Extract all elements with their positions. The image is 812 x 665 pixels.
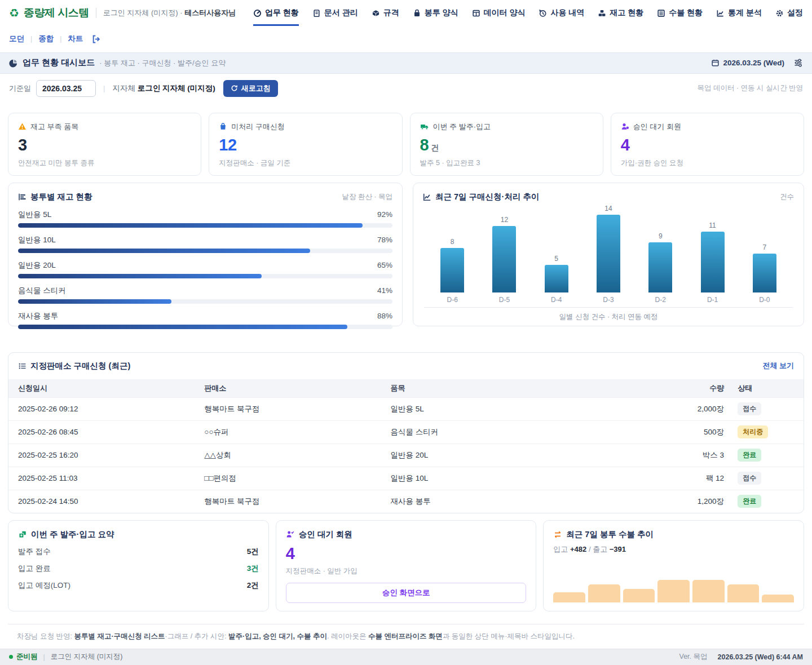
view-modern-link[interactable]: 모던	[9, 34, 24, 44]
sliders-icon[interactable]	[793, 58, 803, 68]
inventory-row: 일반용 20L65%	[18, 260, 392, 278]
trend-bar-value: 8	[451, 238, 454, 246]
footnote-segment: 차장님 요청 반영:	[17, 632, 74, 640]
inventory-item-label: 일반용 20L	[18, 260, 56, 271]
inventory-bar-track	[18, 249, 392, 253]
approval-title: 승인 대기 회원	[299, 529, 352, 540]
nav-inventory[interactable]: 재고 현황	[598, 0, 643, 26]
sparkline-bar	[553, 592, 585, 602]
summary-value: 2건	[247, 580, 259, 591]
sparkline-bar	[623, 589, 655, 602]
trend-unit-label: 건수	[780, 192, 794, 202]
trend-bar	[597, 215, 620, 292]
nav-documents[interactable]: 문서 관리	[312, 0, 358, 26]
purchase-table-body: 2025-02-26 09:12행복마트 북구점일반용 5L2,000장접수20…	[8, 397, 804, 513]
cell-datetime: 2025-02-25 11:03	[18, 474, 204, 482]
kpi-value: 8건	[420, 136, 593, 154]
summary-label: 발주 접수	[18, 547, 51, 557]
version-label: Ver. 목업	[679, 652, 708, 662]
nav-usage-history[interactable]: 사용 내역	[539, 0, 584, 26]
nav-ledger[interactable]: 수불 현황	[657, 0, 703, 26]
bottom-cards-row: 이번 주 발주·입고 요약 발주 접수5건입고 완료3건입고 예정(LOT)2건…	[8, 520, 804, 611]
kpi-label: 이번 주 발주·입고	[433, 122, 491, 132]
kpi-value: 4	[621, 136, 794, 154]
status-badge: 접수	[738, 472, 761, 485]
nav-work-status[interactable]: 업무 현황	[253, 0, 299, 26]
history-icon	[539, 9, 547, 17]
kpi-value: 12	[219, 136, 392, 154]
inventory-item-label: 일반용 5L	[18, 210, 51, 220]
trend-bar	[440, 248, 464, 292]
cell-quantity: 1,200장	[631, 496, 724, 507]
inventory-bar-fill	[18, 325, 347, 329]
inventory-item-label: 음식물 스티커	[18, 286, 66, 296]
view-all-link[interactable]: 전체 보기	[762, 361, 794, 371]
approval-card: 승인 대기 회원 4 지정판매소 · 일반 가입 승인 화면으로	[276, 520, 537, 611]
inventory-row: 재사용 봉투88%	[18, 311, 392, 329]
charts-row: 봉투별 재고 현황 낱장 환산 · 목업 일반용 5L92%일반용 10L78%…	[8, 183, 804, 326]
cell-datetime: 2025-02-26 08:45	[18, 428, 204, 436]
summary-label: 입고 완료	[18, 564, 51, 574]
org-label: 지자체	[112, 84, 135, 92]
nav-settings[interactable]: 설정	[775, 0, 803, 26]
logout-icon[interactable]	[91, 34, 101, 44]
cell-datetime: 2025-02-25 16:20	[18, 451, 204, 459]
table-title: 지정판매소 구매신청 (최근)	[30, 361, 130, 371]
approval-count: 4	[286, 544, 527, 563]
transfer-trend-card: 최근 7일 봉투 수불 추이 입고 +482 / 출고 −391	[543, 520, 804, 611]
view-chart-link[interactable]: 차트	[68, 34, 83, 44]
bar-chart-icon	[18, 193, 27, 201]
cell-status: 완료	[724, 449, 794, 462]
inventory-item-value: 78%	[377, 236, 392, 244]
nav-statistics[interactable]: 통계 분석	[716, 0, 762, 26]
kpi-desc: 발주 5 · 입고완료 3	[420, 158, 593, 168]
trend-panel-title: 최근 7일 구매신청·처리 추이	[435, 192, 539, 202]
trend-bar-value: 14	[604, 205, 612, 212]
inventory-bar-track	[18, 325, 392, 329]
trend-bar	[648, 242, 672, 292]
kpi-label: 재고 부족 품목	[30, 122, 78, 132]
cell-status: 완료	[724, 495, 794, 508]
base-date-input[interactable]	[36, 80, 96, 97]
trend-bar	[492, 226, 516, 292]
user-name: 테스터사용자님	[184, 8, 236, 17]
trend-axis-line	[424, 307, 793, 308]
date-chip[interactable]: 2026.03.25 (Wed)	[711, 59, 784, 67]
table-row: 2025-02-25 11:03□□편의점일반용 10L팩 12접수	[8, 467, 804, 490]
refresh-button[interactable]: 새로고침	[223, 80, 278, 97]
go-to-approval-button[interactable]: 승인 화면으로	[286, 583, 527, 603]
table-column-header: 상태	[724, 383, 794, 393]
inventory-row: 일반용 10L78%	[18, 235, 392, 253]
status-badge: 처리중	[738, 425, 768, 438]
inventory-row: 일반용 5L92%	[18, 210, 392, 228]
cell-quantity: 500장	[631, 427, 724, 437]
inventory-item-value: 65%	[377, 261, 392, 269]
table-row: 2025-02-26 09:12행복마트 북구점일반용 5L2,000장접수	[8, 397, 804, 420]
nav-bag-forms[interactable]: 봉투 양식	[413, 0, 458, 26]
transfer-sparkline	[553, 577, 794, 602]
trend-x-label: D-5	[499, 292, 510, 304]
view-combined-link[interactable]: 종합	[38, 34, 54, 44]
nav-data-forms[interactable]: 데이터 양식	[472, 0, 526, 26]
footnote-segment: ·그래프 / 추가 시안:	[165, 632, 229, 640]
purchase-trend-panel: 최근 7일 구매신청·처리 추이 건수 8D-612D-55D-414D-39D…	[413, 183, 804, 326]
inventory-bar-fill	[18, 249, 310, 253]
cell-status: 처리중	[724, 425, 794, 438]
refresh-icon	[231, 85, 238, 92]
status-badge: 접수	[738, 402, 761, 415]
line-chart-icon	[716, 9, 725, 17]
kpi-unit: 건	[431, 143, 439, 152]
calendar-icon	[711, 59, 720, 67]
kpi-low-stock: 재고 부족 품목 3 안전재고 미만 봉투 종류	[8, 113, 201, 176]
stacked-boxes-icon	[598, 9, 606, 17]
inventory-bar-fill	[18, 274, 262, 278]
summary-label: 입고 예정(LOT)	[18, 580, 70, 591]
main-nav: 업무 현황 문서 관리 규격 봉투 양식 데이터 양식 사용 내역	[253, 0, 803, 26]
nav-specs[interactable]: 규격	[372, 0, 399, 26]
kpi-pending-purchases: 미처리 구매신청 12 지정판매소 · 금일 기준	[209, 113, 402, 176]
nav-label: 봉투 양식	[425, 8, 458, 18]
cell-store: △△상회	[204, 450, 390, 460]
cell-item: 음식물 스티커	[390, 427, 631, 437]
footnote-segment: 봉투별 재고·구매신청 리스트	[74, 632, 165, 640]
table-icon	[472, 9, 480, 17]
